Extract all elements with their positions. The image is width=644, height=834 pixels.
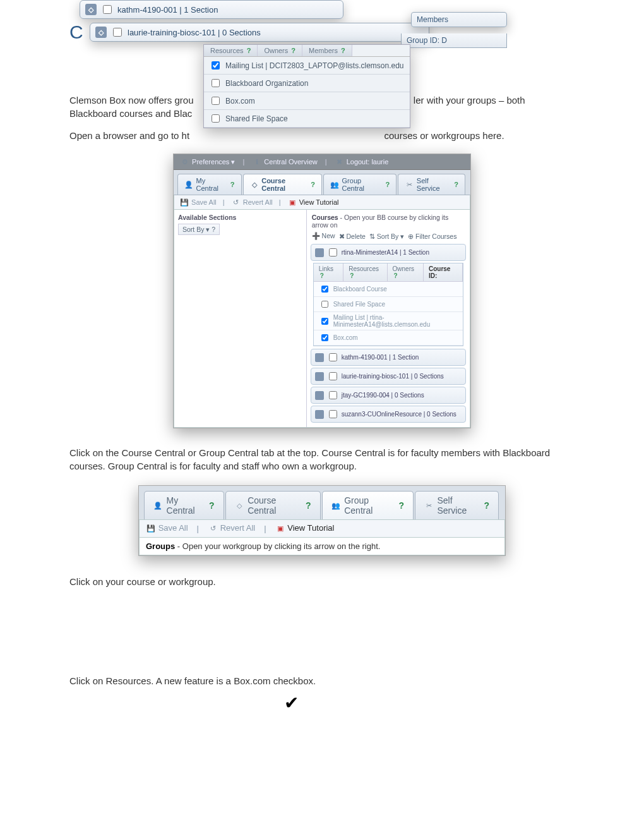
tab-course-central[interactable]: ◇Course Central? [225,491,321,519]
tab-self-service[interactable]: ✂Self Service? [398,174,465,195]
tutorial-icon: ▣ [275,524,285,534]
view-tutorial-button[interactable]: ▣ View Tutorial [287,197,339,207]
course-row-open[interactable]: rtina-MinimesterA14 | 1 Section [311,244,466,261]
resource-checkbox[interactable] [321,301,328,308]
revert-all-button[interactable]: ↺ Revert All [231,197,273,207]
resources-panel: Resources ? Owners ? Members ? Mailing L… [203,44,410,128]
save-all-button[interactable]: 💾 Save All [179,197,217,207]
section-row-kathm[interactable]: ◇ kathm-4190-001 | 1 Section [80,0,343,19]
save-icon: 💾 [179,197,189,207]
help-icon[interactable]: ? [341,47,345,54]
course-checkbox[interactable] [329,410,337,418]
text-fragment: Open a browser and go to ht [69,130,189,141]
help-icon[interactable]: ? [394,272,398,279]
tab-owners[interactable]: Owners ? [258,45,302,56]
course-checkbox[interactable] [329,353,337,361]
help-icon[interactable]: ? [291,47,295,54]
resource-label: Shared File Space [333,301,385,308]
tab-my-central[interactable]: 👤My Central? [177,174,242,195]
tab-members[interactable]: Members ? [302,45,352,56]
revert-icon: ↺ [208,524,218,534]
resource-bb-course[interactable]: Blackboard Course [314,282,463,297]
help-icon[interactable]: ? [311,181,315,188]
logout-icon: ✖ [335,157,345,167]
tab-resources[interactable]: Resources ? [204,45,258,56]
tab-my-central[interactable]: 👤My Central? [144,491,224,519]
resource-checkbox[interactable] [212,79,220,87]
resource-checkbox[interactable] [212,114,220,123]
course-expand-panel: Links ? Resources ? Owners ? Course ID: … [313,263,463,346]
course-row[interactable]: laurie-training-biosc-101 | 0 Sections [311,368,466,385]
save-all-button[interactable]: 💾 Save All [146,523,188,534]
resources-tab-strip: Resources ? Owners ? Members ? [204,45,410,57]
available-sections-heading: Available Sections [178,214,302,221]
resource-box[interactable]: Box.com [204,92,410,110]
course-row[interactable]: jtay-GC1990-004 | 0 Sections [311,387,466,404]
group-icon: ◇ [85,4,97,15]
course-checkbox[interactable] [329,372,337,380]
resource-mailing-list[interactable]: Mailing List | DCIT2803_LAPTOP@lists.cle… [204,57,410,75]
resource-label: Mailing List | rtina-MinimesterA14@lists… [333,314,458,328]
tab-group-central[interactable]: 👥Group Central? [323,174,397,195]
help-icon[interactable]: ? [386,181,390,188]
help-icon[interactable]: ? [484,500,489,511]
preferences-link[interactable]: ⚙ Preferences ▾ [180,157,235,167]
sort-button[interactable]: ⇅ Sort By ▾ [369,233,404,240]
course-checkbox[interactable] [329,248,337,257]
central-tabs-large: 👤My Central? ◇Course Central? 👥Group Cen… [139,486,505,519]
course-row[interactable]: suzann3-CUOnlineResource | 0 Sections [311,406,466,423]
new-button[interactable]: ➕ New [312,232,335,240]
resource-checkbox[interactable] [212,61,220,70]
revert-all-button[interactable]: ↺ Revert All [208,523,255,534]
resource-label: Mailing List | DCIT2803_LAPTOP@lists.cle… [225,61,404,70]
delete-button[interactable]: ✖ Delete [339,233,366,240]
logout-link[interactable]: ✖ Logout: laurie [335,157,389,167]
resource-mailing-list[interactable]: Mailing List | rtina-MinimesterA14@lists… [314,312,463,330]
course-icon: ◇ [235,500,244,511]
section-row-laurie[interactable]: ◇ laurie-training-biosc-101 | 0 Sections… [90,23,429,42]
resource-checkbox[interactable] [321,318,328,325]
tab-links[interactable]: Links ? [314,263,344,281]
course-icon [315,410,324,419]
resource-blackboard-org[interactable]: Blackboard Organization [204,75,410,92]
resource-box[interactable]: Box.com [314,330,463,346]
resource-checkbox[interactable] [212,97,220,105]
tab-course-central[interactable]: ◇Course Central? [243,174,322,195]
section-row-label: laurie-training-biosc-101 | 0 Sections [128,28,261,37]
tab-group-central[interactable]: 👥Group Central? [322,491,414,519]
courses-pane: Courses - Open your BB course by clickin… [307,210,470,427]
resource-checkbox[interactable] [321,286,328,293]
course-icon [315,353,324,362]
group-icon: 👥 [330,179,340,190]
checkmark-icon: ✔ [284,692,299,713]
course-icon [315,391,324,400]
help-icon[interactable]: ? [247,47,251,54]
help-icon[interactable]: ? [398,500,404,511]
help-icon[interactable]: ? [454,181,458,188]
central-tabs: 👤My Central? ◇Course Central? 👥Group Cen… [174,170,470,195]
tab-self-service[interactable]: ✂Self Service? [415,491,499,519]
resource-checkbox[interactable] [321,334,328,341]
group-icon: 👥 [331,500,341,511]
section-checkbox[interactable] [103,5,112,14]
help-icon[interactable]: ? [209,500,215,511]
tab-owners[interactable]: Owners ? [388,263,424,281]
help-icon[interactable]: ? [320,272,324,279]
help-icon[interactable]: ? [230,181,235,188]
overview-link[interactable]: ℹ Central Overview [252,157,317,167]
resource-shared-file-space[interactable]: Shared File Space [314,297,463,312]
course-checkbox[interactable] [329,391,337,399]
text-fragment: courses or workgroups here. [384,130,504,141]
gear-icon: ⚙ [180,157,190,167]
view-tutorial-button[interactable]: ▣ View Tutorial [275,523,335,534]
resource-shared-file-space[interactable]: Shared File Space [204,110,410,128]
info-icon: ℹ [252,157,262,167]
tab-resources[interactable]: Resources ? [343,263,387,281]
sort-by-button[interactable]: Sort By ▾ ? [178,224,220,235]
help-icon[interactable]: ? [350,272,354,279]
section-checkbox[interactable] [113,28,122,37]
help-icon[interactable]: ? [306,500,311,511]
members-popout: Members [411,12,507,27]
course-row[interactable]: kathm-4190-001 | 1 Section [311,349,466,366]
filter-button[interactable]: ⊕ Filter Courses [408,233,456,240]
